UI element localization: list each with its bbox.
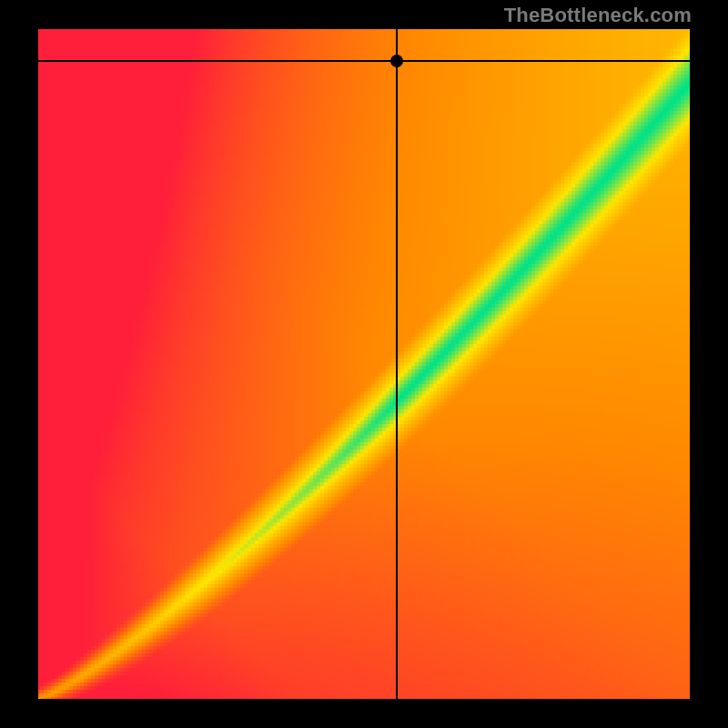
heatmap-canvas	[36, 27, 692, 701]
selection-marker	[390, 55, 403, 67]
watermark-text: TheBottleneck.com	[504, 4, 692, 27]
chart-frame: TheBottleneck.com	[0, 0, 728, 728]
crosshair-vertical	[396, 27, 398, 701]
plot-area	[36, 27, 692, 701]
crosshair-horizontal	[36, 60, 692, 62]
